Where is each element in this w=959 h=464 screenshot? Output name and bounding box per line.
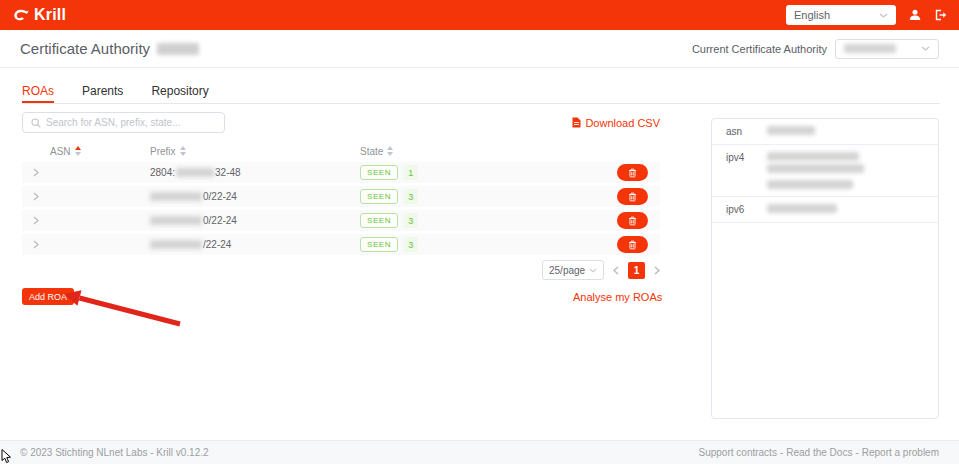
table-row: 0/22-24 SEEN 3 <box>22 186 660 207</box>
footer-links: Support contracts-Read the Docs-Report a… <box>699 447 939 458</box>
redacted-ipv4 <box>767 180 853 189</box>
page-size-select[interactable]: 25/page <box>542 260 604 280</box>
chevron-right-icon[interactable] <box>22 192 50 201</box>
footer: © 2023 Stichting NLnet Labs - Krill v0.1… <box>0 440 959 464</box>
tab-roas[interactable]: ROAs <box>22 84 54 103</box>
table-row: /22-24 SEEN 3 <box>22 234 660 255</box>
resource-row-ipv6: ipv6 <box>712 197 938 223</box>
resource-row-ipv4: ipv4 <box>712 145 938 197</box>
user-icon[interactable] <box>909 9 921 21</box>
state-badge: SEEN <box>360 213 398 228</box>
brand-name: Krill <box>34 6 66 24</box>
redacted-prefix <box>150 240 202 249</box>
red-arrow-annotation <box>58 286 190 332</box>
search-icon <box>31 118 41 128</box>
current-ca-control: Current Certificate Authority <box>692 39 939 59</box>
count-badge: 3 <box>403 213 418 228</box>
current-ca-label: Current Certificate Authority <box>692 43 827 55</box>
resources-panel: asn ipv4 ipv6 <box>711 118 939 419</box>
state-cell: SEEN 3 <box>360 189 604 204</box>
state-cell: SEEN 3 <box>360 237 604 252</box>
prefix-cell: /22-24 <box>150 239 360 250</box>
state-badge: SEEN <box>360 237 398 252</box>
chevron-right-icon[interactable] <box>22 168 50 177</box>
redacted-ipv4 <box>767 152 859 161</box>
redacted-asn-resources <box>767 126 815 135</box>
column-header-prefix[interactable]: Prefix <box>150 146 360 157</box>
table-header-row: ASN Prefix State <box>22 140 660 162</box>
language-select[interactable]: English <box>786 5 896 25</box>
next-page-button[interactable] <box>654 266 660 275</box>
pagination: 25/page 1 <box>22 260 660 280</box>
delete-roa-button[interactable] <box>617 188 648 205</box>
shrimp-icon <box>12 8 29 22</box>
search-box <box>22 112 225 133</box>
search-input[interactable] <box>46 117 216 128</box>
ipv6-label: ipv6 <box>726 204 754 215</box>
title-bar: Certificate Authority Current Certificat… <box>0 30 959 68</box>
count-badge: 1 <box>403 165 418 180</box>
state-badge: SEEN <box>360 189 398 204</box>
roa-toolbar: Download CSV <box>22 112 660 133</box>
state-cell: SEEN 1 <box>360 165 604 180</box>
redacted-ca-name <box>157 43 199 55</box>
current-page[interactable]: 1 <box>628 262 645 279</box>
resource-row-asn: asn <box>712 119 938 145</box>
state-badge: SEEN <box>360 165 398 180</box>
chevron-down-icon <box>879 13 888 18</box>
delete-roa-button[interactable] <box>617 164 648 181</box>
page-title-text: Certificate Authority <box>20 40 150 57</box>
redacted-prefix <box>150 192 202 201</box>
count-badge: 3 <box>403 189 418 204</box>
delete-roa-button[interactable] <box>617 212 648 229</box>
download-csv-link[interactable]: Download CSV <box>572 117 660 129</box>
tab-repository[interactable]: Repository <box>151 84 208 103</box>
add-roa-button[interactable]: Add ROA <box>22 288 74 305</box>
table-row: 0/22-24 SEEN 3 <box>22 210 660 231</box>
logout-icon[interactable] <box>934 9 947 21</box>
prefix-cell: 2804: 32-48 <box>150 167 360 178</box>
roa-table: ASN Prefix State 2804: 32-48 SEEN <box>22 140 660 258</box>
sort-icons <box>75 146 81 156</box>
prefix-cell: 0/22-24 <box>150 191 360 202</box>
delete-roa-button[interactable] <box>617 236 648 253</box>
redacted-ipv6 <box>767 204 837 213</box>
current-ca-select[interactable] <box>835 39 939 59</box>
count-badge: 3 <box>403 237 418 252</box>
chevron-right-icon[interactable] <box>22 240 50 249</box>
redacted-ipv4 <box>767 164 864 173</box>
page-title: Certificate Authority <box>20 40 199 57</box>
krill-logo[interactable]: Krill <box>12 6 66 24</box>
table-row: 2804: 32-48 SEEN 1 <box>22 162 660 183</box>
chevron-down-icon <box>921 46 930 51</box>
tab-parents[interactable]: Parents <box>82 84 123 103</box>
state-cell: SEEN 3 <box>360 213 604 228</box>
redacted-ca-value <box>844 44 896 53</box>
chevron-right-icon[interactable] <box>22 216 50 225</box>
file-icon <box>572 117 581 128</box>
prev-page-button[interactable] <box>613 266 619 275</box>
support-contracts-link[interactable]: Support contracts <box>699 447 777 458</box>
column-header-state[interactable]: State <box>360 146 604 157</box>
language-value: English <box>794 9 830 21</box>
column-header-asn[interactable]: ASN <box>50 146 150 157</box>
ipv4-label: ipv4 <box>726 152 754 189</box>
tab-bar: ROAs Parents Repository <box>22 84 940 104</box>
topbar-actions: English <box>786 5 947 25</box>
krill-app: Krill English Certificate Authority Curr… <box>0 0 959 464</box>
analyse-roas-link[interactable]: Analyse my ROAs <box>573 291 662 303</box>
redacted-prefix <box>176 168 214 177</box>
chevron-down-icon <box>589 268 597 273</box>
top-bar: Krill English <box>0 0 959 30</box>
report-a-problem-link[interactable]: Report a problem <box>862 447 939 458</box>
asn-label: asn <box>726 126 754 137</box>
download-csv-label: Download CSV <box>585 117 660 129</box>
read-the-docs-link[interactable]: Read the Docs <box>786 447 852 458</box>
sort-icons <box>387 146 393 156</box>
prefix-cell: 0/22-24 <box>150 215 360 226</box>
copyright-text: © 2023 Stichting NLnet Labs - Krill v0.1… <box>20 447 209 458</box>
sort-icons <box>180 146 186 156</box>
redacted-prefix <box>150 216 202 225</box>
